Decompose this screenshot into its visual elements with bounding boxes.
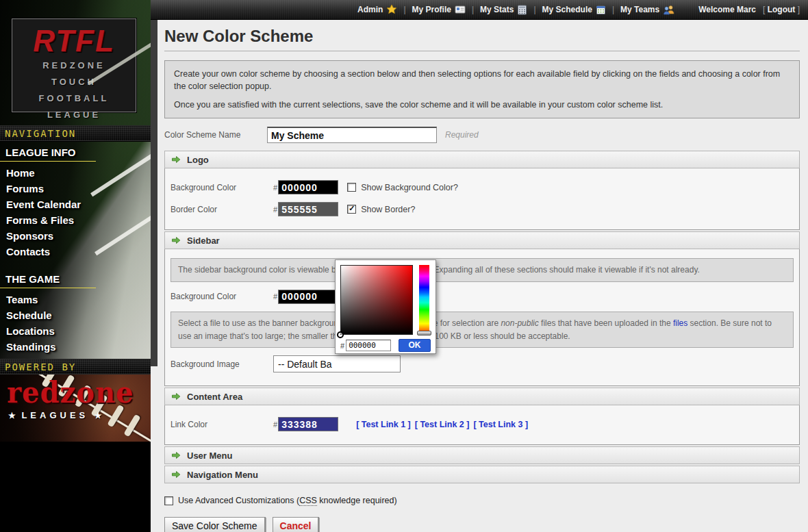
required-hint: Required bbox=[445, 130, 479, 140]
sidebar-item-event-calendar[interactable]: Event Calendar bbox=[0, 197, 151, 212]
group-icon bbox=[663, 5, 675, 15]
banner-image-info: Select a file to use as the banner backg… bbox=[171, 312, 794, 348]
link-color-row: Link Color # [ Test Link 1 ][ Test Link … bbox=[171, 417, 794, 431]
section-header-logo[interactable]: Logo bbox=[164, 151, 800, 168]
green-arrow-icon bbox=[171, 470, 181, 479]
logo-border-color-input[interactable] bbox=[278, 202, 338, 216]
advanced-customizations-checkbox[interactable] bbox=[164, 496, 173, 505]
ok-button[interactable]: OK bbox=[399, 339, 431, 352]
menu-my-schedule[interactable]: My Schedule bbox=[542, 5, 606, 15]
section-header-content-area[interactable]: Content Area bbox=[164, 388, 800, 405]
sidebar-item-contacts[interactable]: Contacts bbox=[0, 244, 151, 259]
league-logo-line: FOOTBALL bbox=[12, 92, 136, 105]
hue-slider-handle[interactable] bbox=[417, 331, 431, 335]
menu-separator: | bbox=[533, 5, 535, 14]
menu-separator: | bbox=[403, 5, 405, 14]
cancel-button[interactable]: Cancel bbox=[273, 517, 320, 532]
link-color-input[interactable] bbox=[278, 417, 338, 431]
sidebar-item-teams[interactable]: Teams bbox=[0, 292, 151, 307]
redzone-leagues-text: ★ LEAGUES ★ bbox=[8, 410, 102, 420]
league-logo: RTFL REDZONE TOUCH FOOTBALL LEAGUE bbox=[12, 18, 136, 112]
hex-color-input[interactable] bbox=[346, 340, 391, 351]
calendar-icon bbox=[596, 5, 606, 15]
menu-admin[interactable]: Admin bbox=[357, 4, 397, 15]
form-buttons: Save Color Scheme Cancel bbox=[164, 517, 800, 532]
sidebar-item-sponsors[interactable]: Sponsors bbox=[0, 228, 151, 244]
sidebar-field-photo: RTFL REDZONE TOUCH FOOTBALL LEAGUE bbox=[0, 0, 151, 125]
navigation-banner: NAVIGATION bbox=[0, 125, 151, 141]
color-picker-main bbox=[340, 265, 431, 335]
nav-group-league-info: LEAGUE INFO bbox=[0, 142, 96, 162]
test-link-1[interactable]: [ Test Link 1 ] bbox=[356, 420, 411, 429]
sidebar-item-locations[interactable]: Locations bbox=[0, 323, 151, 339]
logout-wrap: [ Logout ] bbox=[763, 5, 800, 14]
field-label: Background Image bbox=[171, 359, 273, 369]
section-content-area: Content Area Link Color # [ Test Link 1 … bbox=[164, 388, 800, 445]
save-color-scheme-button[interactable]: Save Color Scheme bbox=[164, 517, 266, 532]
show-background-color-checkbox[interactable] bbox=[347, 183, 356, 192]
files-link[interactable]: files bbox=[673, 318, 687, 328]
scheme-name-row: Color Scheme Name Required bbox=[164, 127, 800, 143]
menu-my-profile[interactable]: My Profile bbox=[412, 5, 466, 14]
checkbox-label: Show Background Color? bbox=[361, 183, 458, 192]
calculator-icon bbox=[517, 5, 527, 15]
section-header-navigation-menu[interactable]: Navigation Menu bbox=[164, 466, 800, 483]
color-selection-marker[interactable] bbox=[337, 331, 344, 338]
sidebar-item-home[interactable]: Home bbox=[0, 165, 151, 181]
intro-paragraph-2: Once you are satisfied with the current … bbox=[174, 99, 790, 111]
css-abbr: CSS bbox=[299, 496, 317, 506]
logo-border-color-row: Border Color # Show Border? bbox=[171, 202, 794, 216]
test-links: [ Test Link 1 ][ Test Link 2 ][ Test Lin… bbox=[356, 420, 532, 429]
sidebar-item-schedule[interactable]: Schedule bbox=[0, 307, 151, 323]
menu-my-stats[interactable]: My Stats bbox=[480, 5, 527, 15]
checkbox-label: Show Border? bbox=[361, 205, 415, 214]
green-arrow-icon bbox=[171, 236, 181, 245]
league-logo-line: LEAGUE bbox=[12, 108, 136, 122]
section-navigation-menu: Navigation Menu bbox=[164, 466, 800, 483]
sidebar-item-forums[interactable]: Forums bbox=[0, 181, 151, 197]
league-sidebar: RTFL REDZONE TOUCH FOOTBALL LEAGUE NAVIG… bbox=[0, 0, 151, 532]
nav-group-the-game: THE GAME bbox=[0, 268, 96, 288]
sidebar-color-info: The sidebar background color is viewable… bbox=[171, 258, 794, 282]
welcome-text: Welcome Marc bbox=[698, 5, 756, 14]
advanced-customizations-row: Use Advanced Customizations (CSS knowled… bbox=[164, 496, 800, 505]
advanced-customizations-label: Use Advanced Customizations (CSS knowled… bbox=[178, 496, 397, 505]
test-link-2[interactable]: [ Test Link 2 ] bbox=[415, 420, 470, 429]
saturation-value-square[interactable] bbox=[340, 265, 413, 335]
green-arrow-icon bbox=[171, 451, 181, 460]
redzone-brand-text: redzone bbox=[7, 375, 134, 409]
menu-my-teams[interactable]: My Teams bbox=[620, 5, 675, 15]
section-body-content-area: Link Color # [ Test Link 1 ][ Test Link … bbox=[164, 405, 800, 445]
hue-strip[interactable] bbox=[419, 265, 429, 335]
vcard-icon bbox=[455, 5, 466, 14]
section-header-sidebar[interactable]: Sidebar bbox=[164, 231, 800, 249]
logout-link[interactable]: Logout bbox=[768, 5, 796, 14]
background-image-row: Background Image -- Default Ba bbox=[171, 355, 794, 372]
section-logo: Logo Background Color # Show Background … bbox=[164, 151, 800, 230]
show-border-checkbox[interactable] bbox=[347, 205, 356, 214]
top-menu-bar: Admin | My Profile | My Stats | My Sched… bbox=[151, 0, 808, 20]
logo-background-color-input[interactable] bbox=[278, 180, 338, 194]
test-link-3[interactable]: [ Test Link 3 ] bbox=[473, 420, 528, 429]
main-content: New Color Scheme Create your own color s… bbox=[157, 20, 808, 532]
field-label: Border Color bbox=[171, 205, 273, 214]
powered-by-banner: POWERED BY bbox=[0, 359, 151, 375]
league-logo-line: TOUCH bbox=[12, 75, 136, 89]
sidebar-item-standings[interactable]: Standings bbox=[0, 339, 151, 355]
section-body-logo: Background Color # Show Background Color… bbox=[164, 168, 800, 230]
section-header-user-menu[interactable]: User Menu bbox=[164, 446, 800, 464]
star-icon bbox=[386, 4, 397, 15]
menu-separator: | bbox=[612, 5, 614, 14]
top-user-area: Welcome Marc [ Logout ] bbox=[698, 5, 800, 14]
section-user-menu: User Menu bbox=[164, 446, 800, 464]
sidebar-background-color-row: Background Color # bbox=[171, 290, 794, 304]
sidebar-nav: LEAGUE INFO Home Forums Event Calendar F… bbox=[0, 142, 151, 359]
sidebar-item-forms-files[interactable]: Forms & Files bbox=[0, 212, 151, 228]
background-image-select[interactable]: -- Default Ba bbox=[273, 355, 401, 372]
green-arrow-icon bbox=[171, 392, 181, 401]
scheme-name-input[interactable] bbox=[267, 127, 437, 143]
field-label: Background Color bbox=[171, 292, 273, 301]
sidebar-background-color-input[interactable] bbox=[278, 290, 338, 304]
color-picker-footer: # OK bbox=[340, 339, 431, 352]
star-icon: ★ bbox=[94, 411, 102, 420]
